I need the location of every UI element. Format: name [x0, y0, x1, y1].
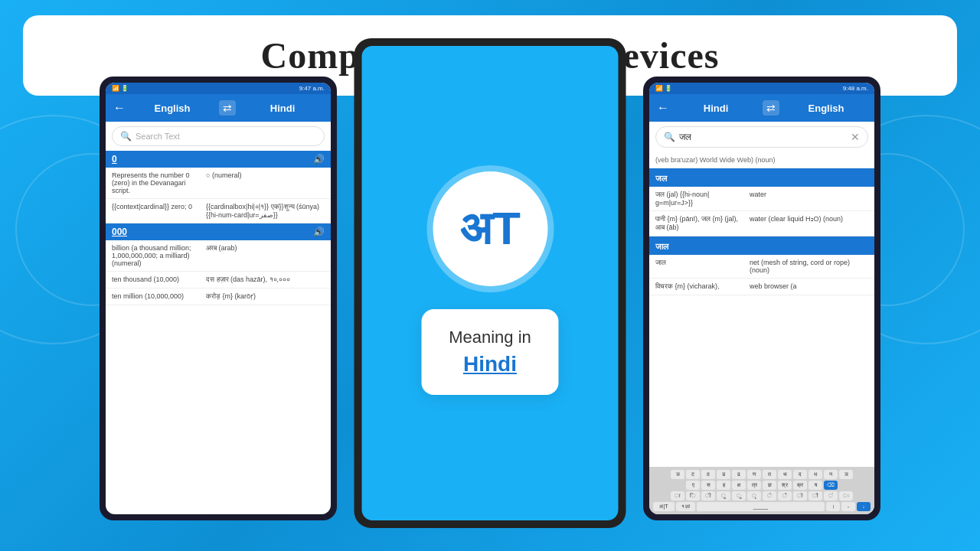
right-section-jaal: जाल: [649, 236, 874, 255]
left-status-icons: 📶 🔋: [112, 85, 129, 92]
right-context-text: (veb bra'uzar) World Wide Web) (noun): [655, 156, 775, 164]
right-entry-1-left: जल (jal) {{hi-noun| g=m|ur=J>}}: [655, 191, 743, 207]
right-search-bar[interactable]: 🔍 जल ✕: [655, 126, 868, 148]
meaning-card: Meaning in Hindi: [421, 309, 559, 395]
right-entry-2: पानी {m} (pānī), जल {m} (jal), आब (āb) w…: [649, 211, 874, 236]
left-entry-3-left: billion (a thousand million; 1,000,000,0…: [112, 244, 200, 267]
key-nja2[interactable]: ञ: [839, 470, 853, 479]
right-entry-3-left: जाल: [655, 259, 743, 274]
key-shra[interactable]: श्र: [778, 481, 792, 490]
key-ksha[interactable]: क्ष: [732, 481, 746, 490]
right-tablet: 📶 🔋 9:48 a.m. ← Hindi ⇄ English 🔍 जल ✕ (…: [643, 77, 880, 520]
left-swap-button[interactable]: ⇄: [219, 100, 236, 116]
left-tablet-screen: 📶 🔋 9:47 a.m. ← English ⇄ Hindi 🔍 Search…: [106, 83, 331, 514]
right-back-button[interactable]: ←: [657, 101, 669, 115]
right-status-time: 9:48 a.m.: [843, 85, 868, 92]
app-logo-text: अT: [459, 202, 521, 256]
left-entry-1: Represents the number 0 (zero) in the De…: [106, 168, 331, 199]
key-dash[interactable]: -: [841, 502, 855, 511]
key-ta2[interactable]: त: [763, 470, 776, 479]
left-section2-header: 000 🔊: [106, 223, 331, 240]
key-space[interactable]: _____: [697, 502, 825, 511]
right-section-jaal-word: जाल: [655, 242, 668, 251]
left-section2-speaker[interactable]: 🔊: [313, 227, 325, 237]
key-anusvara[interactable]: ं: [824, 491, 838, 500]
left-back-button[interactable]: ←: [113, 101, 126, 115]
key-da[interactable]: ड: [717, 470, 730, 479]
left-entry-4-left: ten thousand (10,000): [112, 276, 200, 284]
key-o[interactable]: ो: [793, 491, 807, 500]
key-ha[interactable]: ह: [717, 481, 730, 490]
center-tablet-screen: अT Meaning in Hindi: [362, 46, 619, 520]
right-keyboard-row4: अ|T १२# _____ । - ↓: [652, 501, 872, 512]
key-da2[interactable]: द: [793, 470, 807, 479]
key-ii[interactable]: ी: [701, 491, 715, 500]
left-entry-5-left: ten million (10,000,000): [112, 292, 200, 301]
left-entry-2: {{context|cardinal}} zero; 0 {{cardinalb…: [106, 199, 331, 223]
key-nja[interactable]: ञ: [671, 470, 684, 479]
key-gya[interactable]: ज्ञ: [763, 481, 776, 490]
right-status-bar: 📶 🔋 9:48 a.m.: [649, 83, 874, 94]
left-nav-bar: ← English ⇄ Hindi: [106, 94, 331, 122]
right-entry-4: विचरक {m} (vicharak), web browser (a: [649, 279, 874, 295]
left-section1-header: 0 🔊: [106, 151, 331, 168]
right-context-entry: (veb bra'uzar) World Wide Web) (noun): [649, 152, 874, 168]
left-search-input[interactable]: Search Text: [136, 132, 316, 141]
key-e2[interactable]: े: [763, 491, 776, 500]
right-entry-3: जाल net (mesh of string, cord or rope) (…: [649, 255, 874, 279]
right-keyboard: ञ ट ठ ड ढ ण त थ द ध न ञ ए स ह क्ष त्र ज्…: [649, 467, 874, 514]
right-keyboard-row3: ा ि ी ु ू ृ े ै ो ौ ं ः: [652, 491, 872, 501]
right-search-clear[interactable]: ✕: [851, 131, 860, 143]
right-dict-content: (veb bra'uzar) World Wide Web) (noun) जल…: [649, 152, 874, 467]
right-entry-4-left: विचरक {m} (vicharak),: [655, 282, 743, 291]
key-backspace[interactable]: ⌫: [824, 481, 838, 490]
key-tra[interactable]: त्र: [747, 481, 761, 490]
key-u[interactable]: ु: [717, 491, 730, 500]
right-swap-button[interactable]: ⇄: [763, 100, 779, 116]
left-search-bar[interactable]: 🔍 Search Text: [112, 126, 325, 146]
key-sha[interactable]: ष: [808, 481, 822, 490]
key-dha[interactable]: ढ: [732, 470, 746, 479]
key-enter[interactable]: ↓: [857, 502, 871, 511]
key-ta[interactable]: ट: [686, 470, 700, 479]
left-entry-5: ten million (10,000,000) करोड़ {m} (karō…: [106, 289, 331, 305]
key-sa[interactable]: स: [701, 481, 715, 490]
key-tha2[interactable]: थ: [778, 470, 792, 479]
right-search-icon: 🔍: [664, 132, 675, 142]
right-section-jal-word: जल: [655, 174, 667, 183]
right-entry-3-right: net (mesh of string, cord or rope) (noun…: [750, 259, 868, 274]
left-entry-5-right: करोड़ {m} (karōṛ): [206, 292, 325, 301]
key-danda[interactable]: ।: [826, 502, 840, 511]
left-tablet: 📶 🔋 9:47 a.m. ← English ⇄ Hindi 🔍 Search…: [100, 77, 337, 520]
key-i[interactable]: ि: [686, 491, 700, 500]
key-numbers[interactable]: १२#: [676, 502, 695, 511]
right-search-input[interactable]: जल: [679, 132, 847, 142]
left-entry-1-right: ○ (numeral): [206, 171, 325, 194]
right-keyboard-row2: ए स ह क्ष त्र ज्ञ श्र क्र ष ⌫: [652, 480, 872, 491]
left-section1-speaker[interactable]: 🔊: [313, 154, 325, 165]
key-na[interactable]: ण: [747, 470, 761, 479]
key-e[interactable]: ए: [686, 481, 700, 490]
right-entry-1-right: water: [750, 191, 868, 207]
key-uu[interactable]: ू: [732, 491, 746, 500]
key-ai[interactable]: ै: [778, 491, 792, 500]
key-na2[interactable]: न: [824, 470, 838, 479]
left-dict-content: 0 🔊 Represents the number 0 (zero) in th…: [106, 151, 331, 514]
left-section1-word: 0: [112, 154, 117, 165]
meaning-card-line2: Hindi: [449, 352, 531, 377]
key-au[interactable]: ौ: [808, 491, 822, 500]
left-status-time: 9:47 a.m.: [299, 85, 325, 92]
left-entry-2-left: {{context|cardinal}} zero; 0: [112, 203, 200, 219]
right-nav-bar: ← Hindi ⇄ English: [649, 94, 874, 122]
key-switch[interactable]: अ|T: [653, 502, 675, 511]
key-kra[interactable]: क्र: [793, 481, 807, 490]
key-tha[interactable]: ठ: [701, 470, 715, 479]
left-lang-from: English: [132, 103, 213, 114]
right-section-jal: जल: [649, 168, 874, 187]
left-entry-2-right: {{cardinalbox|hi|०|१}} एक}}शून्य (śūnya)…: [206, 203, 325, 219]
left-search-icon: 🔍: [120, 131, 132, 142]
key-aa[interactable]: ा: [671, 491, 684, 500]
key-ri[interactable]: ृ: [747, 491, 761, 500]
key-visarga[interactable]: ः: [839, 491, 853, 500]
key-dha2[interactable]: ध: [808, 470, 822, 479]
